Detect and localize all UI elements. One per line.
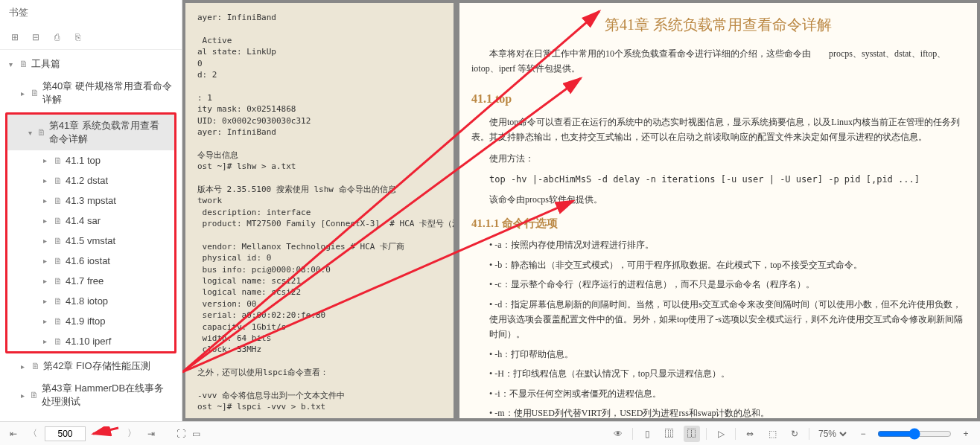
right-page: 第41章 系统负载常用查看命令详解 本章将对在日常工作中常用的10个系统负载查看… <box>459 3 977 418</box>
code-line: 令导出信息 <box>197 150 442 161</box>
code-line <box>197 413 442 418</box>
view-reading-button[interactable]: 👁 <box>610 426 626 442</box>
outline-section-41-10[interactable]: ▸🗎41.10 iperf <box>7 331 174 351</box>
doc-icon: 🗎 <box>54 316 63 327</box>
presentation-button[interactable]: ▭ <box>188 426 203 441</box>
outline-chapter-41[interactable]: ▾ 🗎 第41章 系统负载常用查看命令详解 <box>7 115 174 150</box>
code-line: ayer: InfiniBand <box>197 127 442 138</box>
code-line: : 1 <box>197 92 442 103</box>
page-number-input[interactable] <box>45 426 86 441</box>
separator <box>809 428 809 440</box>
bullet-item: • -d：指定屏幕信息刷新的间隔时间。当然，可以使用s交互式命令来改变间隔时间（… <box>489 297 965 342</box>
view-facing-button[interactable]: ⿰ <box>684 426 700 442</box>
outline-label: 41.7 free <box>66 275 104 286</box>
outline-section-41-4[interactable]: ▸🗎41.4 sar <box>7 211 174 231</box>
next-page-button[interactable]: 〉 <box>124 426 139 441</box>
code-line: bus info: pci@0000:08:00.0 <box>197 264 442 275</box>
outline-label: 41.1 top <box>66 155 101 166</box>
outline-section-41-3[interactable]: ▸🗎41.3 mpstat <box>7 191 174 211</box>
doc-icon: 🗎 <box>54 156 63 166</box>
code-line: ayer: InfiniBand <box>197 12 442 23</box>
outline-section-41-1[interactable]: ▸🗎41.1 top <box>7 150 174 170</box>
chevron-right-icon: ▸ <box>43 176 51 185</box>
play-button[interactable]: ▷ <box>713 426 729 442</box>
zoom-in-button[interactable]: + <box>958 426 974 442</box>
tag-icon[interactable]: ⎘ <box>71 31 83 43</box>
outline-section-41-9[interactable]: ▸🗎41.9 iftop <box>7 311 174 331</box>
collapse-icon[interactable]: ⊟ <box>30 31 42 43</box>
doc-icon: 🗎 <box>37 127 46 138</box>
bullet-item: • -H：打印线程信息（在默认情况下，top只显示进程信息）。 <box>489 366 965 381</box>
view-continuous-button[interactable]: ⿲ <box>661 426 678 442</box>
fullscreen-button[interactable]: ⛶ <box>174 426 188 441</box>
chevron-right-icon: ▸ <box>43 156 51 164</box>
outline-label: 41.5 vmstat <box>66 235 115 246</box>
chevron-right-icon: ▸ <box>43 217 51 225</box>
doc-icon: 🗎 <box>54 216 63 226</box>
bullet-item: • -i：不显示任何空闲或者僵死的进程信息。 <box>489 386 965 401</box>
bullet-item: • -c：显示整个命令行（程序运行的进程信息），而不只是显示命令名（程序名）。 <box>489 277 965 292</box>
doc-icon: 🗎 <box>30 390 39 400</box>
code-line: serial: a0:00:02:20:fe:80 <box>197 310 442 321</box>
code-line <box>197 23 442 34</box>
chevron-right-icon: ▸ <box>43 237 51 245</box>
sidebar-title: 书签 <box>0 0 182 25</box>
code-line: 版本号 2.35.5100 搜索使用 lshw 命令导出的信息 <box>197 184 442 195</box>
fit-page-button[interactable]: ⬚ <box>764 426 780 442</box>
outline-section-41-7[interactable]: ▸🗎41.7 free <box>7 271 174 291</box>
chapter-intro: 本章将对在日常工作中常用的10个系统负载查看命令进行详细的介绍，这些命令由 pr… <box>471 46 965 77</box>
sidebar-toolbar: ⊞ ⊟ ⎙ ⎘ <box>0 25 182 50</box>
code-line: ost ~]# lshw > a.txt <box>197 161 442 172</box>
first-page-button[interactable]: ⇤ <box>6 426 21 441</box>
outline-root[interactable]: ▾ 🗎 工具篇 <box>0 53 182 75</box>
doc-icon: 🗎 <box>31 88 39 98</box>
outline-section-41-8[interactable]: ▸🗎41.8 iotop <box>7 291 174 311</box>
outline-chapter-40[interactable]: ▸ 🗎 第40章 硬件规格常用查看命令详解 <box>0 75 182 111</box>
bookmark-icon[interactable]: ⎙ <box>51 31 63 43</box>
outline-section-41-6[interactable]: ▸🗎41.6 iostat <box>7 251 174 271</box>
left-page: ayer: InfiniBand Activeal state: LinkUp0… <box>185 3 454 418</box>
expand-icon[interactable]: ⊞ <box>9 31 21 43</box>
zoom-slider[interactable] <box>877 428 952 440</box>
separator <box>706 428 707 440</box>
prev-page-button[interactable]: 〈 <box>25 426 40 441</box>
code-line: description: interface <box>197 207 442 218</box>
code-line: product: MT27500 Family [ConnectX-3] # H… <box>197 218 442 229</box>
bullet-item: • -h：打印帮助信息。 <box>489 347 965 362</box>
subsection-header-41-1-1: 41.1.1 命令行选项 <box>471 214 965 234</box>
chevron-right-icon: ▸ <box>21 89 28 97</box>
code-line: d: 2 <box>197 69 442 80</box>
outline-label: 41.10 iperf <box>66 336 111 347</box>
chevron-right-icon: ▸ <box>43 196 51 205</box>
zoom-select[interactable]: 75% <box>815 428 849 440</box>
code-line: al state: LinkUp <box>197 46 442 57</box>
code-line: physical id: 0 <box>197 252 442 263</box>
zoom-out-button[interactable]: − <box>855 426 871 442</box>
outline-label: 41.9 iftop <box>66 316 106 327</box>
last-page-button[interactable]: ⇥ <box>144 426 159 441</box>
body-paragraph: 使用top命令可以查看正在运行的系统中的动态实时视图信息，显示系统摘要信息，以及… <box>471 115 965 145</box>
view-single-button[interactable]: ▯ <box>639 426 655 442</box>
document-viewport[interactable]: ayer: InfiniBand Activeal state: LinkUp0… <box>182 0 980 421</box>
bookmarks-sidebar: 书签 ⊞ ⊟ ⎙ ⎘ ▾ 🗎 工具篇 ▸ 🗎 第40章 硬件规格常用查看命令详解… <box>0 0 182 421</box>
outline-section-41-2[interactable]: ▸🗎41.2 dstat <box>7 170 174 191</box>
section-header-41-1: 41.1 top <box>471 89 965 109</box>
code-line: width: 64 bits <box>197 333 442 344</box>
bullet-item: • -a：按照内存使用情况对进程进行排序。 <box>489 237 965 252</box>
doc-icon: 🗎 <box>54 176 63 186</box>
outline-label: 41.2 dstat <box>66 175 108 186</box>
chevron-right-icon: ▸ <box>21 391 27 400</box>
code-line <box>197 229 442 240</box>
doc-icon: 🗎 <box>54 196 63 206</box>
outline-section-41-5[interactable]: ▸🗎41.5 vmstat <box>7 231 174 251</box>
command-line: top -hv |-abcHimMsS -d delay -n iteratio… <box>489 172 965 187</box>
doc-icon: 🗎 <box>54 256 63 266</box>
fit-width-button[interactable]: ⇔ <box>742 426 758 442</box>
code-line: clock: 33MHz <box>197 344 442 355</box>
code-line: logical name: scsi22 <box>197 286 442 298</box>
rotate-button[interactable]: ↻ <box>786 426 803 442</box>
outline-chapter-43[interactable]: ▸ 🗎 第43章 HammerDB在线事务处理测试 <box>0 377 182 413</box>
outline-chapter-42[interactable]: ▸ 🗎 第42章 FIO存储性能压测 <box>0 355 182 377</box>
doc-icon: 🗎 <box>54 276 63 286</box>
chevron-down-icon: ▾ <box>28 129 34 137</box>
